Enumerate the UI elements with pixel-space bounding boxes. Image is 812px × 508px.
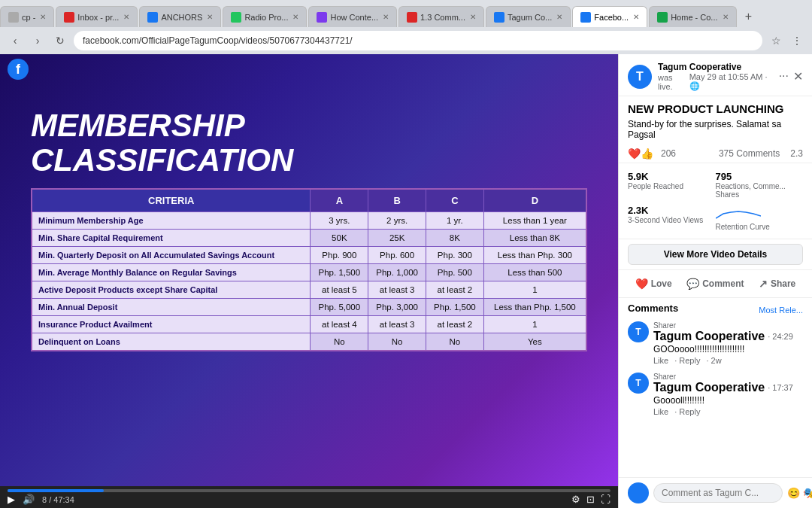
grade-cell-b: at least 3	[368, 316, 426, 333]
progress-bar[interactable]	[8, 489, 611, 492]
video-controls: ▶ 🔊 8 / 47:34 ⚙ ⊡ ⛶	[0, 486, 618, 508]
grade-cell-a: 50K	[311, 230, 368, 247]
action-buttons: ❤️ Love 💬 Comment ↗ Share	[619, 269, 812, 298]
grade-cell-d: Less than Php. 300	[483, 247, 586, 264]
browser-tab-tab-5[interactable]: How Conte...✕	[308, 6, 397, 27]
address-input[interactable]	[74, 31, 762, 50]
close-icon[interactable]: ✕	[793, 69, 803, 84]
back-button[interactable]: ‹	[6, 32, 24, 50]
share-button[interactable]: ↗ Share	[753, 275, 801, 293]
criteria-cell: Delinquent on Loans	[32, 333, 311, 351]
page-name: Tagum Cooperative	[658, 62, 773, 72]
browser-tab-tab-6[interactable]: 1.3 Comm...✕	[398, 6, 484, 27]
grade-cell-a: at least 5	[311, 281, 368, 299]
grade-cell-b: 2 yrs.	[368, 212, 426, 230]
tab-bar: cp -✕Inbox - pr...✕ANCHORS✕Radio Pro...✕…	[0, 0, 812, 27]
browser-tab-tab-4[interactable]: Radio Pro...✕	[223, 6, 307, 27]
gif-icon[interactable]: 🎭	[803, 487, 812, 499]
page-info: Tagum Cooperative was live. May 29 at 10…	[658, 62, 773, 91]
video-panel: f MEMBERSHIP CLASSIFICATION CRITERIAABCD…	[0, 54, 618, 508]
stats-grid: 5.9K People Reached 795 Reactions, Comme…	[619, 163, 812, 239]
facebook-icon: f	[8, 59, 29, 80]
emoji-icon[interactable]: 😊	[787, 487, 800, 499]
reaction-icons: ❤️ 👍	[628, 148, 653, 160]
play-button[interactable]: ▶	[8, 494, 15, 505]
grade-cell-b: No	[368, 333, 426, 351]
main-layout: f MEMBERSHIP CLASSIFICATION CRITERIAABCD…	[0, 54, 812, 508]
comment-name: Tagum Cooperative	[653, 381, 765, 394]
reload-button[interactable]: ↻	[51, 32, 69, 50]
grade-cell-d: Less than 1 year	[483, 212, 586, 230]
comments-count: 375 Comments	[719, 148, 780, 159]
comment-icon: 💬	[686, 278, 699, 290]
comment-body: Sharer Tagum Cooperative · 17:37 Gooooll…	[653, 373, 803, 416]
comment-time: · 17:37	[768, 383, 793, 392]
browser-chrome: cp -✕Inbox - pr...✕ANCHORS✕Radio Pro...✕…	[0, 0, 812, 54]
time-display: 8 / 47:34	[42, 495, 74, 504]
video-content[interactable]: MEMBERSHIP CLASSIFICATION CRITERIAABCD M…	[0, 54, 618, 486]
more-icon[interactable]: ···	[779, 69, 789, 84]
criteria-cell: Min. Annual Deposit	[32, 299, 311, 316]
comment-item: T Sharer Tagum Cooperative · 24:29 GOOoo…	[628, 321, 803, 365]
grade-cell-a: Php. 5,000	[311, 299, 368, 316]
browser-tab-tab-1[interactable]: cp -✕	[0, 6, 54, 27]
extensions-icon[interactable]: ⋮	[788, 32, 806, 50]
video-views-stat: 2.3K 3-Second Video Views	[628, 202, 716, 234]
comment-action[interactable]: · Reply	[674, 356, 700, 365]
pip-button[interactable]: ⊡	[586, 494, 595, 505]
grade-cell-c: 8K	[426, 230, 484, 247]
slide-container: MEMBERSHIP CLASSIFICATION CRITERIAABCD M…	[16, 93, 602, 447]
comment-body: Sharer Tagum Cooperative · 24:29 GOOoooo…	[653, 321, 803, 365]
comment-action[interactable]: Like	[653, 356, 668, 365]
grade-cell-d: Less than 8K	[483, 230, 586, 247]
view-more-button[interactable]: View More Video Details	[628, 244, 803, 265]
grade-cell-c: 1 yr.	[426, 212, 484, 230]
table-row: Delinquent on LoansNoNoNoYes	[32, 333, 586, 351]
grade-cell-b: Php. 600	[368, 247, 426, 264]
fullscreen-button[interactable]: ⛶	[601, 494, 611, 505]
love-icon: ❤️	[635, 278, 648, 290]
grade-cell-c: Php. 1,500	[426, 299, 484, 316]
post-description: Stand-by for the surprises. Salamat sa P…	[619, 119, 812, 144]
love-button[interactable]: ❤️ Love	[629, 275, 678, 293]
browser-tab-tab-9[interactable]: Home - Co...✕	[649, 6, 736, 27]
address-bar-row: ‹ › ↻ ☆ ⋮	[0, 27, 812, 54]
criteria-cell: Insurance Product Availment	[32, 316, 311, 333]
browser-tab-tab-3[interactable]: ANCHORS✕	[139, 6, 221, 27]
share-icon: ↗	[759, 278, 768, 290]
grade-cell-d: Yes	[483, 333, 586, 351]
comment-input-avatar	[628, 482, 649, 503]
grade-header-C: C	[426, 189, 484, 212]
reactions-row: ❤️ 👍 206 375 Comments 2.3	[619, 144, 812, 163]
grade-cell-d: Less than Php. 1,500	[483, 299, 586, 316]
browser-tab-tab-2[interactable]: Inbox - pr...✕	[56, 6, 138, 27]
browser-tab-tab-8[interactable]: Facebo...✕	[572, 6, 647, 27]
browser-tab-tab-7[interactable]: Tagum Co...✕	[486, 6, 571, 27]
table-row: Min. Average Monthly Balance on Regular …	[32, 264, 586, 281]
comment-sharer: Sharer	[653, 321, 676, 330]
progress-fill	[8, 489, 104, 492]
comments-filter[interactable]: Most Rele...	[759, 306, 803, 315]
criteria-cell: Min. Quarterly Deposit on All Accumulate…	[32, 247, 311, 264]
comment-input[interactable]	[653, 483, 783, 503]
comment-action[interactable]: Like	[653, 407, 668, 416]
criteria-cell: Min. Share Capital Requirement	[32, 230, 311, 247]
grade-cell-a: 3 yrs.	[311, 212, 368, 230]
settings-button[interactable]: ⚙	[571, 494, 580, 505]
heart-reaction: ❤️	[628, 148, 641, 160]
new-tab-button[interactable]: +	[738, 6, 759, 27]
people-reached-stat: 5.9K People Reached	[628, 168, 716, 202]
reaction-count: 206	[661, 148, 676, 159]
grade-cell-d: 1	[483, 316, 586, 333]
grade-cell-d: 1	[483, 281, 586, 299]
volume-button[interactable]: 🔊	[23, 494, 35, 505]
forward-button[interactable]: ›	[29, 32, 47, 50]
star-icon[interactable]: ☆	[767, 32, 785, 50]
grade-cell-c: No	[426, 333, 484, 351]
comment-button[interactable]: 💬 Comment	[680, 275, 750, 293]
comment-action[interactable]: · 2w	[706, 356, 721, 365]
criteria-cell: Minimum Membership Age	[32, 212, 311, 230]
right-sidebar: T Tagum Cooperative was live. May 29 at …	[618, 54, 812, 508]
comment-text: Gooooll!!!!!!!!	[653, 395, 803, 406]
comment-action[interactable]: · Reply	[674, 407, 700, 416]
